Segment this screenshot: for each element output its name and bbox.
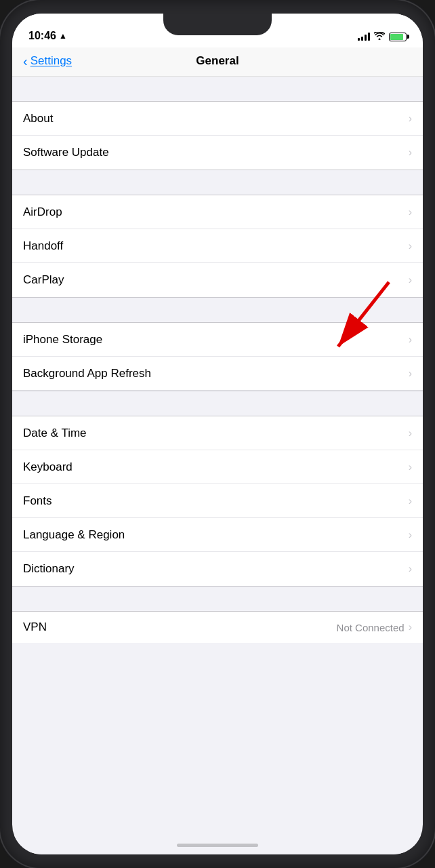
signal-bars (358, 33, 370, 41)
software-update-label: Software Update (23, 146, 109, 159)
time-display: 10:46 (28, 30, 56, 42)
about-item[interactable]: About › (12, 102, 423, 136)
back-button[interactable]: ‹ Settings (23, 54, 72, 68)
airdrop-label: AirDrop (23, 205, 62, 219)
fonts-item[interactable]: Fonts › (12, 484, 423, 518)
date-time-chevron: › (409, 427, 412, 439)
background-app-refresh-label: Background App Refresh (23, 367, 151, 380)
vpn-label: VPN (23, 620, 47, 634)
software-update-chevron: › (409, 146, 412, 159)
home-indicator (12, 835, 423, 854)
fonts-chevron: › (409, 495, 412, 507)
background-app-refresh-chevron: › (409, 368, 412, 380)
battery-fill (390, 34, 403, 40)
back-label: Settings (30, 54, 72, 68)
settings-list: About › Software Update › AirDrop › (12, 77, 423, 835)
section-gap-5 (12, 587, 423, 611)
section-2: AirDrop › Handoff › CarPlay › (12, 195, 423, 298)
carplay-chevron: › (409, 274, 412, 286)
date-time-label: Date & Time (23, 427, 87, 440)
back-chevron-icon: ‹ (23, 54, 28, 68)
software-update-item[interactable]: Software Update › (12, 136, 423, 170)
battery-icon (389, 33, 407, 41)
iphone-storage-chevron: › (409, 334, 412, 346)
keyboard-chevron: › (409, 461, 412, 473)
iphone-storage-item[interactable]: iPhone Storage › (12, 323, 423, 357)
section-1: About › Software Update › (12, 101, 423, 170)
language-region-chevron: › (409, 529, 412, 541)
handoff-label: Handoff (23, 239, 63, 253)
signal-bar-2 (361, 37, 363, 41)
section-gap-4 (12, 391, 423, 416)
wifi-icon (374, 31, 385, 42)
date-time-item[interactable]: Date & Time › (12, 416, 423, 450)
section-gap-1 (12, 77, 423, 101)
about-chevron: › (409, 113, 412, 125)
dictionary-item[interactable]: Dictionary › (12, 552, 423, 586)
vpn-chevron: › (409, 621, 412, 633)
navigation-bar: ‹ Settings General (12, 47, 423, 77)
screen-content: ‹ Settings General About › Software Upda… (12, 47, 423, 854)
section-gap-3 (12, 298, 423, 322)
airdrop-item[interactable]: AirDrop › (12, 195, 423, 229)
section-gap-2 (12, 170, 423, 195)
language-region-label: Language & Region (23, 528, 125, 542)
vpn-status: Not Connected (337, 622, 405, 633)
language-region-item[interactable]: Language & Region › (12, 518, 423, 552)
section-3: iPhone Storage › Background App Refresh … (12, 322, 423, 391)
phone-frame: 10:46 ▲ (0, 0, 435, 868)
vpn-item[interactable]: VPN Not Connected › (12, 611, 423, 643)
iphone-storage-label: iPhone Storage (23, 333, 102, 347)
signal-bar-3 (365, 35, 367, 41)
section-4: Date & Time › Keyboard › Fonts › Languag… (12, 416, 423, 587)
page-title: General (196, 54, 239, 68)
carplay-item[interactable]: CarPlay › (12, 263, 423, 297)
dictionary-label: Dictionary (23, 562, 75, 576)
notch (163, 14, 272, 35)
airdrop-chevron: › (409, 206, 412, 218)
location-icon: ▲ (59, 31, 67, 41)
home-indicator-bar (177, 844, 258, 847)
status-time: 10:46 ▲ (28, 30, 67, 42)
handoff-chevron: › (409, 240, 412, 252)
keyboard-label: Keyboard (23, 460, 72, 474)
phone-screen: 10:46 ▲ (12, 14, 423, 854)
background-app-refresh-item[interactable]: Background App Refresh › (12, 357, 423, 391)
keyboard-item[interactable]: Keyboard › (12, 450, 423, 484)
carplay-label: CarPlay (23, 273, 64, 287)
signal-bar-4 (368, 33, 370, 41)
about-label: About (23, 112, 53, 125)
signal-bar-1 (358, 38, 360, 41)
dictionary-chevron: › (409, 563, 412, 575)
handoff-item[interactable]: Handoff › (12, 229, 423, 263)
fonts-label: Fonts (23, 494, 52, 508)
status-icons (358, 31, 407, 42)
